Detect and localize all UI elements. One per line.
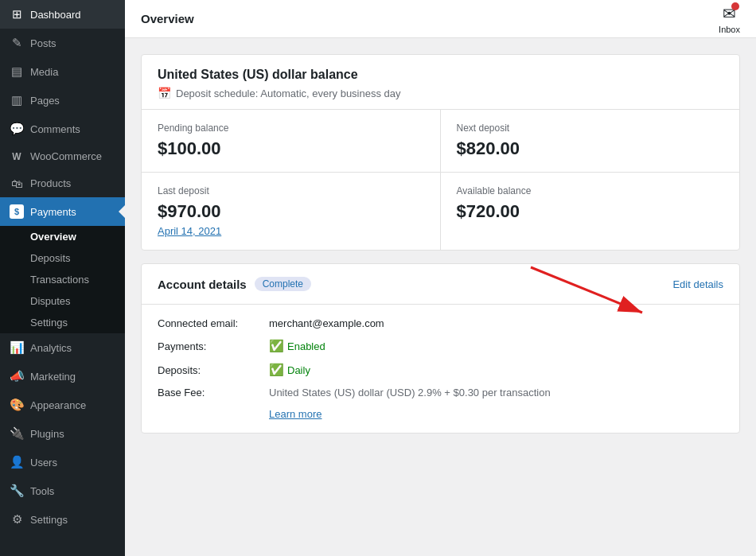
marketing-icon: 📣 xyxy=(10,369,24,383)
last-deposit-link[interactable]: April 14, 2021 xyxy=(158,225,424,237)
sidebar-item-posts[interactable]: ✎ Posts xyxy=(0,29,125,57)
sidebar-item-woocommerce[interactable]: W WooCommerce xyxy=(0,143,125,169)
sidebar-item-label: Products xyxy=(30,177,71,189)
sidebar-item-users[interactable]: 👤 Users xyxy=(0,448,125,476)
sidebar-item-label: Settings xyxy=(30,514,68,526)
sidebar-item-label: Comments xyxy=(30,123,80,135)
payments-status-text: Enabled xyxy=(287,340,325,352)
next-deposit-amount: $820.00 xyxy=(457,138,724,159)
sidebar-item-comments[interactable]: 💬 Comments xyxy=(0,115,125,143)
account-details-card: Account details Complete Edit details Co… xyxy=(141,263,740,434)
sidebar-item-tools[interactable]: 🔧 Tools xyxy=(0,476,125,505)
last-deposit-amount: $970.00 xyxy=(158,201,424,222)
plugins-icon: 🔌 xyxy=(10,426,24,441)
sidebar-item-label: WooCommerce xyxy=(30,150,102,162)
pages-icon: ▥ xyxy=(10,93,24,107)
balance-card-header: United States (US) dollar balance 📅 Depo… xyxy=(142,55,739,110)
deposits-check-icon: ✅ xyxy=(269,363,284,377)
account-title-group: Account details Complete xyxy=(158,277,311,291)
available-balance-cell: Available balance $720.00 xyxy=(441,173,740,250)
sidebar-item-products[interactable]: 🛍 Products xyxy=(0,169,125,197)
sidebar-item-analytics[interactable]: 📊 Analytics xyxy=(0,333,125,362)
sidebar-item-dashboard[interactable]: ⊞ Dashboard xyxy=(0,0,125,29)
submenu-overview[interactable]: Overview xyxy=(0,226,125,247)
woocommerce-icon: W xyxy=(10,151,24,162)
submenu-transactions[interactable]: Transactions xyxy=(0,269,125,290)
payments-submenu: Overview Deposits Transactions Disputes … xyxy=(0,226,125,333)
submenu-settings[interactable]: Settings xyxy=(0,312,125,333)
payments-row-label: Payments: xyxy=(158,340,269,352)
sidebar-item-label: Posts xyxy=(30,37,57,49)
connected-email-label: Connected email: xyxy=(158,317,269,329)
sidebar-item-settings[interactable]: ⚙ Settings xyxy=(0,505,125,534)
balance-title: United States (US) dollar balance xyxy=(158,68,723,82)
inbox-button[interactable]: ✉ Inbox xyxy=(719,4,740,34)
submenu-disputes[interactable]: Disputes xyxy=(0,290,125,312)
comments-icon: 💬 xyxy=(10,122,24,136)
sidebar-item-label: Media xyxy=(30,66,58,78)
learn-more-row: Learn more xyxy=(158,408,723,420)
payments-active-arrow xyxy=(119,205,125,218)
payments-icon: $ xyxy=(10,204,24,219)
payments-row: Payments: ✅ Enabled xyxy=(158,339,723,353)
balance-grid: Pending balance $100.00 Next deposit $82… xyxy=(142,110,739,250)
base-fee-label: Base Fee: xyxy=(158,387,269,399)
next-deposit-cell: Next deposit $820.00 xyxy=(441,110,740,173)
payments-status: ✅ Enabled xyxy=(269,339,325,353)
settings-icon: ⚙ xyxy=(10,512,24,527)
dashboard-icon: ⊞ xyxy=(10,7,24,21)
sidebar-item-pages[interactable]: ▥ Pages xyxy=(0,86,125,115)
next-deposit-label: Next deposit xyxy=(457,122,724,134)
sidebar-item-appearance[interactable]: 🎨 Appearance xyxy=(0,391,125,419)
page-title: Overview xyxy=(141,12,194,25)
pending-balance-label: Pending balance xyxy=(158,122,424,134)
users-icon: 👤 xyxy=(10,455,24,469)
sidebar-item-media[interactable]: ▤ Media xyxy=(0,57,125,86)
payments-check-icon: ✅ xyxy=(269,339,284,353)
calendar-icon: 📅 xyxy=(158,87,171,99)
sidebar-item-label: Analytics xyxy=(30,342,72,354)
analytics-icon: 📊 xyxy=(10,340,24,355)
submenu-deposits[interactable]: Deposits xyxy=(0,247,125,269)
deposits-status: ✅ Daily xyxy=(269,363,310,377)
posts-icon: ✎ xyxy=(10,36,24,50)
media-icon: ▤ xyxy=(10,64,24,79)
account-card-container: Account details Complete Edit details Co… xyxy=(141,263,740,434)
complete-badge: Complete xyxy=(255,277,311,291)
deposits-row: Deposits: ✅ Daily xyxy=(158,363,723,377)
learn-more-link[interactable]: Learn more xyxy=(269,408,321,420)
available-balance-label: Available balance xyxy=(457,185,724,196)
base-fee-value: United States (US) dollar (USD) 2.9% + $… xyxy=(269,387,551,399)
last-deposit-cell: Last deposit $970.00 April 14, 2021 xyxy=(142,173,441,250)
balance-card: United States (US) dollar balance 📅 Depo… xyxy=(141,54,740,251)
inbox-label: Inbox xyxy=(719,25,740,34)
sidebar-item-marketing[interactable]: 📣 Marketing xyxy=(0,362,125,391)
sidebar-item-label: Tools xyxy=(30,485,54,497)
connected-email-row: Connected email: merchant@example.com xyxy=(158,317,723,329)
appearance-icon: 🎨 xyxy=(10,398,24,412)
sidebar-item-label: Dashboard xyxy=(30,9,81,21)
sidebar-item-plugins[interactable]: 🔌 Plugins xyxy=(0,419,125,448)
deposits-status-text: Daily xyxy=(287,364,310,376)
last-deposit-label: Last deposit xyxy=(158,185,424,196)
deposits-row-label: Deposits: xyxy=(158,364,269,376)
deposit-schedule: 📅 Deposit schedule: Automatic, every bus… xyxy=(158,87,723,99)
pending-balance-amount: $100.00 xyxy=(158,138,424,159)
sidebar-item-label: Payments xyxy=(30,206,76,218)
account-card-header: Account details Complete Edit details xyxy=(142,264,739,305)
connected-email-value: merchant@example.com xyxy=(269,317,384,329)
available-balance-amount: $720.00 xyxy=(457,201,724,222)
topbar: Overview ✉ Inbox xyxy=(125,0,756,38)
edit-details-link[interactable]: Edit details xyxy=(672,278,723,290)
products-icon: 🛍 xyxy=(10,177,24,190)
pending-balance-cell: Pending balance $100.00 xyxy=(142,110,441,173)
base-fee-row: Base Fee: United States (US) dollar (USD… xyxy=(158,387,723,399)
deposit-schedule-text: Deposit schedule: Automatic, every busin… xyxy=(176,87,401,99)
sidebar-item-label: Appearance xyxy=(30,399,86,411)
sidebar-item-payments[interactable]: $ Payments xyxy=(0,197,125,226)
account-body: Connected email: merchant@example.com Pa… xyxy=(142,305,739,433)
sidebar-item-label: Marketing xyxy=(30,371,76,383)
account-title: Account details xyxy=(158,278,247,291)
sidebar-item-label: Users xyxy=(30,457,57,469)
inbox-badge xyxy=(731,2,739,10)
